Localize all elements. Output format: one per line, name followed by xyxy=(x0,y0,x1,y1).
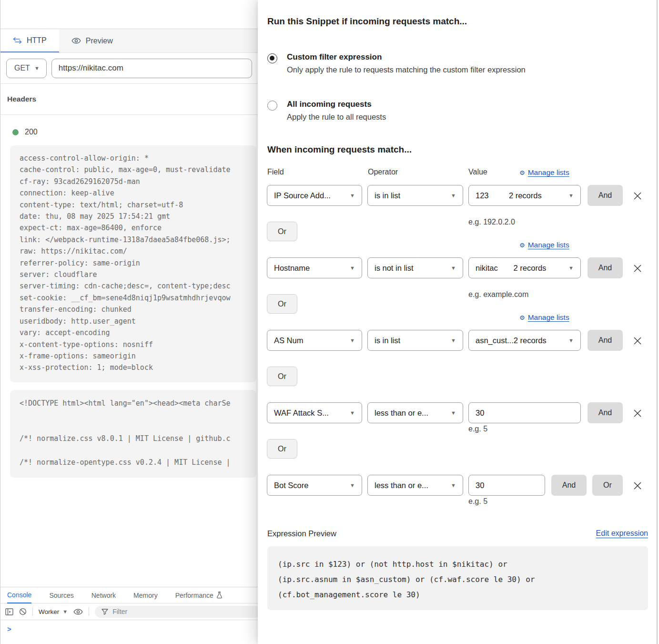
field-dropdown[interactable]: Bot Score▼ xyxy=(267,475,362,496)
remove-condition-button[interactable] xyxy=(632,335,644,347)
value-input[interactable]: 30 xyxy=(468,475,545,496)
gear-icon: ⚙ xyxy=(519,169,525,176)
condition-row: Bot Score▼ less than or e...▼ 30 And Or xyxy=(258,475,659,496)
option-all-requests[interactable]: All incoming requests Apply the rule to … xyxy=(267,100,386,122)
edit-expression-link[interactable]: Edit expression xyxy=(596,529,648,538)
field-dropdown[interactable]: AS Num▼ xyxy=(267,330,362,351)
status-dot xyxy=(12,129,19,135)
value-input[interactable]: 30 xyxy=(468,402,581,423)
or-button[interactable]: Or xyxy=(267,367,297,386)
column-label-field: Field xyxy=(267,168,284,176)
status-code: 200 xyxy=(25,128,38,136)
method-label: GET xyxy=(14,64,30,72)
console-filter-input[interactable]: Filter xyxy=(95,606,261,618)
clear-console-icon[interactable] xyxy=(19,608,27,615)
list-record-count: 2 records xyxy=(514,336,553,345)
swap-arrows-icon xyxy=(13,37,22,44)
tab-http[interactable]: HTTP xyxy=(0,29,59,52)
tab-http-label: HTTP xyxy=(27,36,47,45)
devtools-tab-network[interactable]: Network xyxy=(91,587,116,603)
option-label: Custom filter expression xyxy=(287,52,526,62)
worker-context-dropdown[interactable]: Worker ▼ xyxy=(39,608,68,615)
devtools-tab-sources[interactable]: Sources xyxy=(49,587,73,603)
chevron-down-icon: ▼ xyxy=(62,609,68,614)
condition-row: AS Num▼ is in list▼ asn_cust... 2 record… xyxy=(258,330,659,351)
option-description: Only apply the rule to requests matching… xyxy=(287,65,526,74)
headers-section-header[interactable]: Headers xyxy=(0,84,258,115)
live-expression-eye-icon[interactable] xyxy=(73,608,83,615)
or-button[interactable]: Or xyxy=(267,222,297,241)
eye-icon xyxy=(71,37,81,44)
operator-dropdown[interactable]: less than or e...▼ xyxy=(367,402,463,423)
dock-panel-icon[interactable] xyxy=(5,608,13,615)
radio-selected-icon[interactable] xyxy=(267,53,277,63)
operator-dropdown[interactable]: is in list▼ xyxy=(367,330,463,351)
toolbar-divider xyxy=(89,607,89,616)
devtools-tabstrip: Console Sources Network Memory Performan… xyxy=(0,587,258,603)
list-name: nikitac xyxy=(476,264,498,273)
manage-lists-link[interactable]: ⚙ Manage lists xyxy=(519,241,569,249)
or-button[interactable]: Or xyxy=(267,439,297,459)
condition-row: Hostname▼ is not in list▼ nikitac 2 reco… xyxy=(258,257,659,278)
or-button[interactable]: Or xyxy=(592,475,623,496)
value-hint: e.g. example.com xyxy=(468,290,528,299)
and-button[interactable]: And xyxy=(551,475,587,496)
method-dropdown[interactable]: GET ▼ xyxy=(6,59,47,78)
option-label: All incoming requests xyxy=(287,100,386,109)
value-list-dropdown[interactable]: asn_cust... 2 records ▼ xyxy=(468,330,581,351)
remove-condition-button[interactable] xyxy=(632,263,644,274)
value-hint: e.g. 5 xyxy=(468,425,487,433)
option-custom-filter[interactable]: Custom filter expression Only apply the … xyxy=(267,52,526,74)
manage-lists-link[interactable]: ⚙ Manage lists xyxy=(519,313,569,322)
and-button[interactable]: And xyxy=(588,185,623,206)
condition-row: IP Source Add...▼ is in list▼ 123 2 reco… xyxy=(258,185,659,206)
request-row: GET ▼ https://nikitac.com xyxy=(0,53,258,84)
devtools-tab-memory[interactable]: Memory xyxy=(133,587,158,603)
remove-condition-button[interactable] xyxy=(632,190,644,202)
chevron-down-icon: ▼ xyxy=(451,410,456,416)
value-list-dropdown[interactable]: 123 2 records ▼ xyxy=(468,185,581,206)
chevron-down-icon: ▼ xyxy=(350,337,355,343)
or-button[interactable]: Or xyxy=(267,294,297,314)
devtools-tab-console[interactable]: Console xyxy=(7,587,31,603)
value-hint: e.g. 5 xyxy=(468,497,487,506)
manage-lists-link[interactable]: ⚙ Manage lists xyxy=(519,168,569,177)
chevron-down-icon: ▼ xyxy=(350,410,355,416)
expression-preview-code: (ip.src in $123) or (not http.host in $n… xyxy=(267,546,648,610)
window-top-bar xyxy=(0,0,258,29)
filter-placeholder: Filter xyxy=(112,608,127,615)
gear-icon: ⚙ xyxy=(519,242,525,249)
response-body-block: <!DOCTYPE html><html lang="en"><head><me… xyxy=(10,390,256,478)
remove-condition-button[interactable] xyxy=(632,408,644,419)
chevron-down-icon: ▼ xyxy=(568,265,574,271)
column-label-operator: Operator xyxy=(368,168,398,176)
condition-row: WAF Attack S...▼ less than or e...▼ 30 A… xyxy=(258,402,659,423)
and-button[interactable]: And xyxy=(588,330,623,351)
operator-dropdown[interactable]: is not in list▼ xyxy=(367,257,463,278)
value-hint: e.g. 192.0.2.0 xyxy=(468,218,515,226)
field-dropdown[interactable]: IP Source Add...▼ xyxy=(267,185,362,206)
devtools-tab-performance[interactable]: Performance xyxy=(175,587,223,603)
field-dropdown[interactable]: Hostname▼ xyxy=(267,257,362,278)
and-button[interactable]: And xyxy=(588,257,623,278)
match-heading: When incoming requests match... xyxy=(267,144,412,155)
chevron-down-icon: ▼ xyxy=(350,482,355,488)
scrollbar-track[interactable] xyxy=(657,0,658,644)
list-name: 123 xyxy=(476,191,489,200)
operator-dropdown[interactable]: less than or e...▼ xyxy=(367,475,463,496)
radio-unselected-icon[interactable] xyxy=(267,101,277,111)
chevron-down-icon: ▼ xyxy=(451,337,456,343)
field-dropdown[interactable]: WAF Attack S...▼ xyxy=(267,402,362,423)
column-label-value: Value xyxy=(468,168,487,176)
chevron-down-icon: ▼ xyxy=(568,193,574,198)
devtools-toolbar: Worker ▼ Filter xyxy=(0,603,258,620)
remove-condition-button[interactable] xyxy=(632,480,644,491)
headers-section-label: Headers xyxy=(7,95,36,103)
chevron-down-icon: ▼ xyxy=(568,337,574,343)
value-list-dropdown[interactable]: nikitac 2 records ▼ xyxy=(468,257,581,278)
tab-preview[interactable]: Preview xyxy=(59,29,125,52)
console-output[interactable]: > xyxy=(0,620,258,634)
and-button[interactable]: And xyxy=(588,402,623,423)
operator-dropdown[interactable]: is in list▼ xyxy=(367,185,463,206)
url-input[interactable]: https://nikitac.com xyxy=(51,59,252,78)
